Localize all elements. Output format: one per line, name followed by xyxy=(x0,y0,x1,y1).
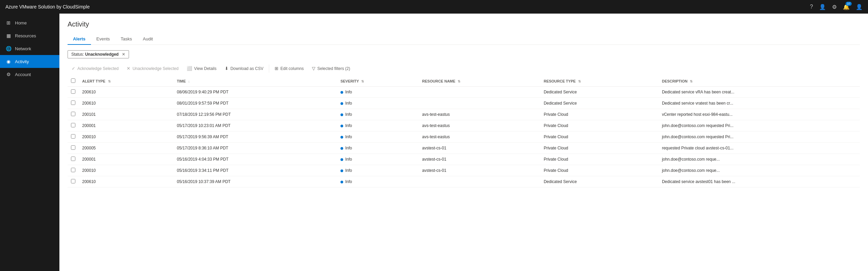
sort-icon: ⇅ xyxy=(690,79,692,83)
cell-resource-type: Dedicated Service xyxy=(540,87,659,98)
row-checkbox[interactable] xyxy=(71,112,75,116)
sidebar-item-home[interactable]: ⊞ Home xyxy=(0,16,59,29)
cell-severity: Info xyxy=(337,131,419,143)
settings-icon[interactable]: ⚙ xyxy=(832,4,837,10)
select-all-checkbox[interactable] xyxy=(71,78,75,83)
row-checkbox-cell[interactable] xyxy=(68,143,79,154)
table-row[interactable]: 200005 05/17/2019 8:36:10 AM PDT Info av… xyxy=(68,143,860,154)
table-row[interactable]: 200010 05/16/2019 3:34:11 PM PDT Info av… xyxy=(68,165,860,176)
table-row[interactable]: 200610 08/06/2019 9:40:29 PM PDT Info De… xyxy=(68,87,860,98)
row-checkbox[interactable] xyxy=(71,179,75,183)
edit-columns-button[interactable]: ⊞ Edit columns xyxy=(271,64,308,73)
sidebar-item-label: Network xyxy=(15,46,31,51)
help-icon[interactable]: ? xyxy=(810,4,813,10)
cell-resource-type: Private Cloud xyxy=(540,120,659,131)
sidebar-item-account[interactable]: ⚙ Account xyxy=(0,68,59,81)
table-row[interactable]: 200101 07/18/2019 12:19:56 PM PDT Info a… xyxy=(68,109,860,120)
sidebar-item-resources[interactable]: ▦ Resources xyxy=(0,29,59,42)
sidebar-item-network[interactable]: 🌐 Network xyxy=(0,42,59,55)
col-alert-type[interactable]: ALERT TYPE ⇅ xyxy=(79,76,173,87)
home-icon: ⊞ xyxy=(5,20,12,26)
select-all-header[interactable] xyxy=(68,76,79,87)
cell-description: john.doe@contoso.com reque... xyxy=(659,154,860,165)
toolbar-divider xyxy=(269,65,269,73)
row-checkbox[interactable] xyxy=(71,134,75,139)
cell-alert-type: 200610 xyxy=(79,176,173,187)
row-checkbox[interactable] xyxy=(71,101,75,105)
row-checkbox-cell[interactable] xyxy=(68,131,79,143)
sort-icon: ⇅ xyxy=(578,79,581,83)
bell-icon[interactable]: 🔔 37 xyxy=(843,4,850,10)
row-checkbox-cell[interactable] xyxy=(68,154,79,165)
cell-time: 05/16/2019 3:34:11 PM PDT xyxy=(173,165,337,176)
row-checkbox[interactable] xyxy=(71,89,75,94)
cell-severity: Info xyxy=(337,176,419,187)
topbar-icons: ? 👤 ⚙ 🔔 37 👤 xyxy=(810,4,863,10)
close-filter-icon[interactable]: ✕ xyxy=(122,52,125,57)
cell-severity: Info xyxy=(337,143,419,154)
col-resource-type[interactable]: RESOURCE TYPE ⇅ xyxy=(540,76,659,87)
col-description[interactable]: DESCRIPTION ⇅ xyxy=(659,76,860,87)
row-checkbox-cell[interactable] xyxy=(68,98,79,109)
row-checkbox-cell[interactable] xyxy=(68,120,79,131)
row-checkbox[interactable] xyxy=(71,123,75,127)
sort-icon: ⇅ xyxy=(361,79,364,83)
row-checkbox-cell[interactable] xyxy=(68,109,79,120)
row-checkbox[interactable] xyxy=(71,145,75,150)
sidebar-item-activity[interactable]: ◉ Activity xyxy=(0,55,59,68)
toolbar: ✓ Acknowledge Selected ✕ Unacknowledge S… xyxy=(68,62,860,74)
status-filter-badge[interactable]: Status: Unacknowledged ✕ xyxy=(68,50,129,58)
cell-resource-name: avstest-cs-01 xyxy=(419,143,540,154)
filter-icon: ▽ xyxy=(312,66,315,71)
severity-dot-icon xyxy=(340,125,343,127)
account-icon[interactable]: 👤 xyxy=(856,4,863,10)
col-resource-name[interactable]: RESOURCE NAME ⇅ xyxy=(419,76,540,87)
page-title: Activity xyxy=(68,20,860,28)
col-time[interactable]: TIME ↓ xyxy=(173,76,337,87)
col-severity[interactable]: SEVERITY ⇅ xyxy=(337,76,419,87)
cell-time: 05/17/2019 9:56:39 AM PDT xyxy=(173,131,337,143)
row-checkbox-cell[interactable] xyxy=(68,176,79,187)
tab-audit[interactable]: Audit xyxy=(137,34,159,45)
cell-alert-type: 200010 xyxy=(79,131,173,143)
table-row[interactable]: 200001 05/16/2019 4:04:33 PM PDT Info av… xyxy=(68,154,860,165)
cell-resource-name xyxy=(419,98,540,109)
cell-alert-type: 200101 xyxy=(79,109,173,120)
severity-dot-icon xyxy=(340,158,343,161)
table-row[interactable]: 200010 05/17/2019 9:56:39 AM PDT Info av… xyxy=(68,131,860,143)
selected-filters-button[interactable]: ▽ Selected filters (2) xyxy=(308,64,354,73)
cell-time: 08/06/2019 9:40:29 PM PDT xyxy=(173,87,337,98)
download-csv-button[interactable]: ⬇ Download as CSV xyxy=(221,64,267,73)
status-filter-value: Unacknowledged xyxy=(85,52,119,57)
row-checkbox[interactable] xyxy=(71,157,75,161)
table-row[interactable]: 200610 08/01/2019 9:57:59 PM PDT Info De… xyxy=(68,98,860,109)
view-details-button[interactable]: ⬜ View Details xyxy=(183,64,221,73)
row-checkbox-cell[interactable] xyxy=(68,87,79,98)
sort-icon: ⇅ xyxy=(108,79,111,83)
row-checkbox[interactable] xyxy=(71,168,75,172)
cell-severity: Info xyxy=(337,120,419,131)
cell-resource-name: avs-test-eastus xyxy=(419,109,540,120)
tab-events[interactable]: Events xyxy=(91,34,115,45)
sidebar: ⊞ Home ▦ Resources 🌐 Network ◉ Activity … xyxy=(0,14,59,271)
check-icon: ✓ xyxy=(72,66,75,71)
cell-resource-name: avs-test-eastus xyxy=(419,131,540,143)
alerts-table: ALERT TYPE ⇅ TIME ↓ SEVERITY ⇅ RESOURCE … xyxy=(68,76,860,187)
severity-dot-icon xyxy=(340,102,343,105)
table-row[interactable]: 200001 05/17/2019 10:23:01 AM PDT Info a… xyxy=(68,120,860,131)
cell-severity: Info xyxy=(337,154,419,165)
severity-dot-icon xyxy=(340,91,343,94)
tab-alerts[interactable]: Alerts xyxy=(68,34,91,45)
table-row[interactable]: 200610 05/16/2019 10:37:39 AM PDT Info D… xyxy=(68,176,860,187)
unacknowledge-selected-button[interactable]: ✕ Unacknowledge Selected xyxy=(123,64,182,73)
cell-time: 05/16/2019 10:37:39 AM PDT xyxy=(173,176,337,187)
cell-resource-type: Private Cloud xyxy=(540,131,659,143)
acknowledge-selected-button[interactable]: ✓ Acknowledge Selected xyxy=(68,64,123,73)
tab-tasks[interactable]: Tasks xyxy=(115,34,137,45)
row-checkbox-cell[interactable] xyxy=(68,165,79,176)
table-header-row: ALERT TYPE ⇅ TIME ↓ SEVERITY ⇅ RESOURCE … xyxy=(68,76,860,87)
user-circle-icon[interactable]: 👤 xyxy=(819,4,826,10)
cell-resource-type: Private Cloud xyxy=(540,165,659,176)
cell-resource-type: Dedicated Service xyxy=(540,98,659,109)
cell-time: 05/16/2019 4:04:33 PM PDT xyxy=(173,154,337,165)
